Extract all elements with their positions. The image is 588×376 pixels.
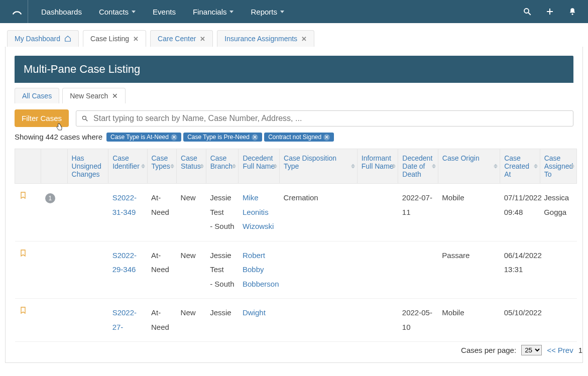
col-header[interactable]: Case Assigned To	[540, 149, 576, 184]
case-id-link[interactable]: S2022-27-	[112, 308, 137, 331]
cell: S2022-29-346	[108, 241, 147, 299]
decedent-link[interactable]: RobertBobbyBobberson	[243, 251, 279, 288]
cell: Passare	[438, 241, 500, 299]
col-label: Case Origin	[442, 154, 480, 162]
col-label: Decedent Full Name	[243, 154, 275, 170]
cell: S2022-31-349	[108, 184, 147, 241]
nav-label: Events	[153, 8, 176, 16]
col-header[interactable]: Decedent Full Name	[239, 149, 280, 184]
cell: Jessie Test- South	[206, 241, 239, 299]
subtab-all-cases[interactable]: All Cases	[15, 88, 59, 103]
per-page-select[interactable]: 25	[521, 345, 542, 355]
cell: MikeLeonitisWizowski	[239, 184, 280, 241]
decedent-link[interactable]: MikeLeonitisWizowski	[243, 193, 274, 230]
decedent-link[interactable]: Dwight	[243, 308, 266, 317]
tab-insurance-assignments[interactable]: Insurance Assignments ✕	[217, 30, 314, 47]
sort-icon	[351, 164, 355, 169]
showing-text: Showing 442 cases where	[15, 133, 102, 141]
cell: S2022-27-	[108, 299, 147, 342]
table-row: S2022-29-346At-NeedNewJessie Test- South…	[15, 241, 577, 299]
col-header[interactable]: Case Types	[147, 149, 177, 184]
search-input[interactable]	[93, 114, 568, 123]
close-icon[interactable]: ✕	[301, 35, 307, 43]
pill-label: Case Type is At-Need	[110, 134, 169, 141]
cell	[15, 241, 41, 299]
filter-cases-button[interactable]: Filter Cases	[15, 109, 69, 127]
bell-icon[interactable]	[568, 7, 577, 16]
tab-label: Insurance Assignments	[224, 35, 297, 43]
plus-icon[interactable]	[546, 8, 554, 16]
tab-label: My Dashboard	[15, 35, 60, 43]
case-id-link[interactable]: S2022-31-349	[112, 193, 137, 216]
cell: RobertBobbyBobberson	[239, 241, 280, 299]
cell	[41, 299, 67, 342]
case-table: Has Unsigned ChangesCase IdentifierCase …	[15, 149, 577, 342]
arc-logo-icon	[12, 6, 23, 17]
cell	[398, 241, 438, 299]
col-header[interactable]: Informant Full Name	[357, 149, 398, 184]
close-icon[interactable]: ✕	[133, 35, 139, 43]
col-header[interactable]: Case Identifier	[108, 149, 147, 184]
pill-label: Contract not Signed	[268, 134, 321, 141]
prev-page-link[interactable]: << Prev	[547, 346, 573, 354]
col-header[interactable]: Decedent Date of Death	[398, 149, 438, 184]
subtab-label: New Search	[70, 92, 108, 100]
filter-summary-row: Showing 442 cases where Case Type is At-…	[6, 127, 582, 145]
col-label: Case Branch	[210, 154, 232, 170]
filter-pill[interactable]: Contract not Signed✕	[264, 133, 334, 142]
nav-label: Dashboards	[41, 8, 82, 16]
tab-label: Care Center	[158, 35, 196, 43]
nav-reports[interactable]: Reports	[244, 0, 291, 23]
subtab-label: All Cases	[22, 92, 52, 100]
col-label: Case Disposition Type	[284, 154, 336, 170]
close-icon[interactable]: ✕	[252, 134, 258, 141]
col-header[interactable]: Case Branch	[206, 149, 239, 184]
col-label: Informant Full Name	[362, 154, 394, 170]
cell: 05/10/2022	[500, 299, 540, 342]
col-header: Has Unsigned Changes	[67, 149, 108, 184]
cell	[41, 241, 67, 299]
cell	[67, 241, 108, 299]
close-icon[interactable]: ✕	[323, 134, 330, 141]
cell: At-Need	[147, 241, 177, 299]
col-label: Decedent Date of Death	[402, 154, 432, 178]
col-header[interactable]: Case Status	[177, 149, 206, 184]
col-label: Has Unsigned Changes	[72, 154, 101, 178]
subtab-new-search[interactable]: New Search ✕	[62, 88, 126, 103]
cell: Mobile	[438, 299, 500, 342]
bookmark-icon[interactable]	[19, 306, 37, 315]
cell	[67, 184, 108, 241]
sort-icon	[232, 164, 236, 169]
sub-tabs: All CasesNew Search ✕	[15, 88, 582, 103]
filter-pill[interactable]: Case Type is Pre-Need✕	[183, 133, 262, 142]
nav-financials[interactable]: Financials	[186, 0, 241, 23]
cell	[280, 299, 358, 342]
close-icon[interactable]: ✕	[200, 35, 205, 43]
cell: New	[177, 299, 206, 342]
cell: 06/14/202213:31	[500, 241, 540, 299]
close-icon[interactable]: ✕	[112, 92, 118, 100]
sort-icon	[141, 164, 145, 169]
col-header[interactable]: Case Origin	[438, 149, 500, 184]
col-header[interactable]: Case Created At	[500, 149, 540, 184]
sort-icon	[494, 164, 498, 169]
col-header[interactable]: Case Disposition Type	[280, 149, 358, 184]
app-logo[interactable]	[6, 0, 28, 23]
tab-case-listing[interactable]: Case Listing ✕	[83, 30, 146, 47]
search-icon[interactable]	[523, 7, 532, 16]
cell: New	[177, 241, 206, 299]
bookmark-icon[interactable]	[19, 191, 37, 200]
svg-point-0	[524, 9, 529, 13]
nav-dashboards[interactable]: Dashboards	[34, 0, 89, 23]
sort-icon	[534, 164, 538, 169]
nav-label: Contacts	[99, 8, 129, 16]
filter-pill[interactable]: Case Type is At-Need✕	[106, 133, 181, 142]
top-navbar: DashboardsContactsEventsFinancialsReport…	[0, 0, 588, 23]
case-id-link[interactable]: S2022-29-346	[112, 251, 137, 274]
nav-events[interactable]: Events	[146, 0, 183, 23]
nav-contacts[interactable]: Contacts	[92, 0, 143, 23]
close-icon[interactable]: ✕	[171, 134, 177, 141]
tab-care-center[interactable]: Care Center ✕	[150, 30, 213, 47]
tab-my-dashboard[interactable]: My Dashboard	[7, 30, 79, 47]
bookmark-icon[interactable]	[19, 248, 37, 258]
